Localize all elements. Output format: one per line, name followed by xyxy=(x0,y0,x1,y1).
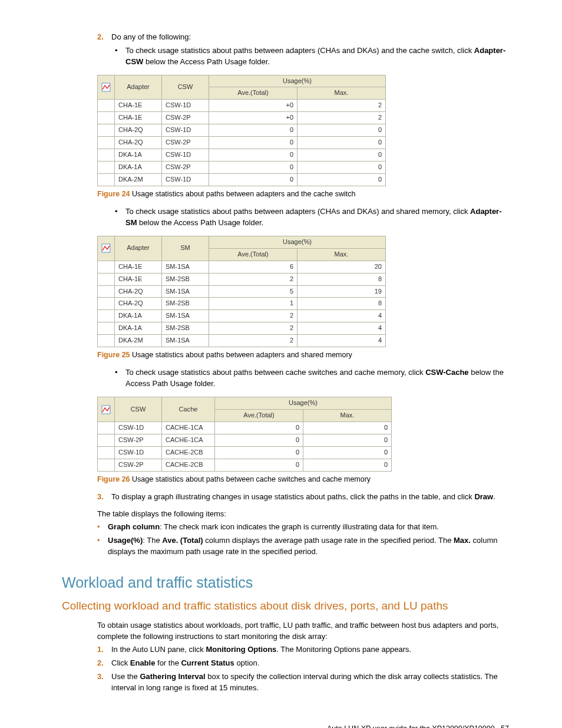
subsection-heading-collecting: Collecting workload and traffic statisti… xyxy=(62,598,509,614)
col-ave: Ave.(Total) xyxy=(209,248,297,261)
cell-b: CSW-1D xyxy=(162,100,209,112)
cell-ave: 0 xyxy=(209,137,297,149)
cell-b: CACHE-2CB xyxy=(162,446,215,459)
bold-usage: Usage(%) xyxy=(108,536,143,545)
cell-a: CHA-1E xyxy=(115,112,162,124)
step-text: Click Enable for the Current Status opti… xyxy=(111,658,509,669)
step-text: In the Auto LUN pane, click Monitoring O… xyxy=(111,644,509,655)
cell-ave: 2 xyxy=(209,273,297,285)
cell-icon xyxy=(98,149,115,162)
graph-icon-header xyxy=(98,75,115,100)
cell-ave: +0 xyxy=(209,112,297,124)
bold-csw-cache: CSW-Cache xyxy=(425,368,468,377)
cell-b: SM-2SB xyxy=(162,298,209,310)
cell-ave: 2 xyxy=(209,335,297,347)
cell-a: CHA-2Q xyxy=(115,124,162,137)
text-pre: To check usage statistics about paths be… xyxy=(125,368,425,377)
col-ave: Ave.(Total) xyxy=(209,87,297,100)
graph-icon-header xyxy=(98,397,115,422)
cell-max: 8 xyxy=(297,298,386,310)
cell-b: CACHE-2CB xyxy=(162,459,215,471)
cell-max: 0 xyxy=(303,434,392,446)
col-adapter: Adapter xyxy=(115,75,162,100)
cell-max: 4 xyxy=(297,322,386,335)
cell-a: DKA-1A xyxy=(115,149,162,162)
cell-a: CHA-1E xyxy=(115,261,162,273)
bullet-dot: • xyxy=(97,535,108,558)
bullet-text: To check usage statistics about paths be… xyxy=(125,367,509,390)
bullet-text: Graph column: The check mark icon indica… xyxy=(108,522,509,533)
cell-a: CHA-1E xyxy=(115,100,162,112)
section-heading-workload: Workload and traffic statistics xyxy=(62,572,509,593)
graph-icon xyxy=(101,405,111,414)
cell-icon xyxy=(98,261,115,273)
cell-icon xyxy=(98,112,115,124)
cell-icon xyxy=(98,434,115,446)
cell-b: SM-2SB xyxy=(162,322,209,335)
cell-max: 0 xyxy=(297,137,386,149)
cell-icon xyxy=(98,273,115,285)
text-pre: Use the xyxy=(111,672,140,681)
cell-ave: 0 xyxy=(209,162,297,174)
figure-26-caption: Figure 26 Usage statistics about paths b… xyxy=(97,474,509,485)
cell-a: CHA-2Q xyxy=(115,285,162,298)
figure-number: Figure 24 xyxy=(97,190,130,198)
cell-a: DKA-1A xyxy=(115,310,162,322)
cell-a: CHA-2Q xyxy=(115,298,162,310)
cell-max: 0 xyxy=(297,124,386,137)
step-number: 2. xyxy=(97,658,111,669)
cell-icon xyxy=(98,446,115,459)
col-max: Max. xyxy=(297,87,386,100)
col-csw: CSW xyxy=(162,75,209,100)
cell-a: CHA-2Q xyxy=(115,137,162,149)
cell-max: 2 xyxy=(297,100,386,112)
cell-a: CSW-2P xyxy=(115,434,162,446)
bold-monitoring-options: Monitoring Options xyxy=(206,645,276,654)
bullet-dot: • xyxy=(97,522,108,533)
figure-25-caption: Figure 25 Usage statistics about paths b… xyxy=(97,350,509,360)
cell-max: 2 xyxy=(297,112,386,124)
text-pre: To display a graph illustrating changes … xyxy=(111,492,474,501)
figure-text: Usage statistics about paths between ada… xyxy=(130,190,356,198)
cell-icon xyxy=(98,421,115,434)
bold-current-status: Current Status xyxy=(181,658,234,667)
cell-ave: 2 xyxy=(209,322,297,335)
cell-b: CSW-2P xyxy=(162,162,209,174)
graph-icon xyxy=(101,243,111,253)
table-row: DKA-2MCSW-1D00 xyxy=(98,174,386,186)
table-row: CSW-2PCACHE-2CB00 xyxy=(98,459,392,471)
table-row: CHA-1ECSW-2P+02 xyxy=(98,112,386,124)
figure-text: Usage statistics about paths between ada… xyxy=(130,351,352,359)
table-row: DKA-1ACSW-1D00 xyxy=(98,149,386,162)
cell-a: CHA-1E xyxy=(115,273,162,285)
cell-max: 8 xyxy=(297,273,386,285)
cell-max: 0 xyxy=(303,446,392,459)
cell-b: CSW-1D xyxy=(162,149,209,162)
bullet-dot: • xyxy=(115,206,125,229)
col-max: Max. xyxy=(297,248,386,261)
cell-a: CSW-1D xyxy=(115,421,162,434)
figure-number: Figure 26 xyxy=(97,475,130,483)
monitor-step-3: 3. Use the Gathering Interval box to spe… xyxy=(97,671,509,694)
table-row: CSW-2PCACHE-1CA00 xyxy=(98,434,392,446)
table-displays-text: The table displays the following items: xyxy=(97,509,509,520)
table-row: CHA-2QCSW-2P00 xyxy=(98,137,386,149)
cell-b: SM-1SA xyxy=(162,261,209,273)
text-post: . xyxy=(493,492,495,501)
table-adapter-csw: Adapter CSW Usage(%) Ave.(Total) Max. CH… xyxy=(97,75,386,186)
bullet-text: To check usage statistics about paths be… xyxy=(125,206,509,229)
cell-max: 4 xyxy=(297,335,386,347)
cell-a: CSW-2P xyxy=(115,459,162,471)
step-2: 2. Do any of the following: xyxy=(97,32,509,43)
table-row: CSW-1DCACHE-1CA00 xyxy=(98,421,392,434)
figure-number: Figure 25 xyxy=(97,351,130,359)
cell-max: 4 xyxy=(297,310,386,322)
cell-b: SM-1SA xyxy=(162,335,209,347)
cell-icon xyxy=(98,124,115,137)
cell-a: DKA-1A xyxy=(115,162,162,174)
bullet-csw-cache: • To check usage statistics about paths … xyxy=(115,367,509,390)
step-number: 2. xyxy=(97,32,111,43)
cell-a: DKA-2M xyxy=(115,335,162,347)
table-row: CHA-2QSM-1SA519 xyxy=(98,285,386,298)
cell-b: SM-2SB xyxy=(162,273,209,285)
